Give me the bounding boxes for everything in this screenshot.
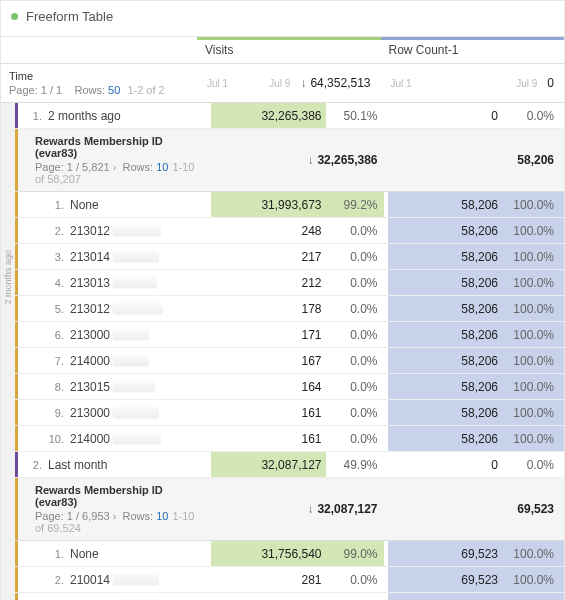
visits-cell: 2810.0% — [211, 567, 388, 592]
sub-row-num: 3. — [48, 251, 64, 263]
sub-dimension-header[interactable]: Rewards Membership ID (evar83)Page: 1 / … — [15, 129, 564, 192]
sub-row-text: 214000 — [70, 432, 161, 446]
sub-row-text: 213000 — [70, 328, 149, 342]
sub-row-num: 10. — [48, 433, 64, 445]
chevron-right-icon[interactable]: › — [113, 510, 117, 522]
sub-rows-num[interactable]: 10 — [156, 510, 168, 522]
rowcount-val: 58,206 — [461, 354, 498, 368]
rowcount-val: 58,206 — [461, 328, 498, 342]
visits-pct: 0.0% — [334, 250, 378, 264]
sub-row-label: 6.213000 — [15, 322, 211, 347]
visits-pct: 0.0% — [334, 328, 378, 342]
sub-row[interactable]: 4.213013 2120.0%58,206100.0% — [15, 270, 564, 296]
sub-row-num: 9. — [48, 407, 64, 419]
rowcount-cell: 58,206100.0% — [388, 426, 565, 451]
sub-row-label: 2.210014 — [15, 567, 211, 592]
period-row[interactable]: 2.Last month32,087,12749.9%00.0% — [15, 452, 564, 478]
sub-row[interactable]: 9.213000 1610.0%58,206100.0% — [15, 400, 564, 426]
rowcount-cell: 58,206100.0% — [388, 322, 565, 347]
col-header-visits[interactable]: Visits — [197, 37, 381, 63]
sub-row[interactable]: 7.214000 1670.0%58,206100.0% — [15, 348, 564, 374]
sub-row[interactable]: 1.None 31,756,54099.0%69,523100.0% — [15, 541, 564, 567]
rowcount-cell: 58,206100.0% — [388, 400, 565, 425]
rowcount-val: 58,206 — [461, 224, 498, 238]
sub-row-text: 213014 — [70, 250, 159, 264]
rowcount-pct: 100.0% — [510, 250, 554, 264]
period-side-band — [1, 452, 15, 600]
col-header-rowcount[interactable]: Row Count-1 — [381, 37, 565, 63]
rows-num[interactable]: 50 — [108, 84, 120, 96]
summary-visits: Jul 1 Jul 9 ↓ 64,352,513 — [197, 70, 381, 96]
sub-row[interactable]: 3.210002 2750.0%69,523100.0% — [15, 593, 564, 600]
visits-pct: 99.2% — [334, 198, 378, 212]
visits-pct: 49.9% — [334, 458, 378, 472]
sub-row[interactable]: 1.None 31,993,67399.2%58,206100.0% — [15, 192, 564, 218]
sub-rows-label: Rows: — [123, 161, 154, 173]
sort-arrow-icon[interactable]: ↓ — [307, 502, 313, 516]
sort-arrow-icon[interactable]: ↓ — [300, 76, 306, 90]
rows-range: 1-2 of 2 — [127, 84, 164, 96]
row-label: 1.2 months ago — [15, 103, 211, 128]
sub-dim-block: Rewards Membership ID (evar83)Page: 1 / … — [15, 478, 211, 540]
visits-cell: 32,265,38650.1% — [211, 103, 388, 128]
sub-row[interactable]: 2.210014 2810.0%69,523100.0% — [15, 567, 564, 593]
visits-pct: 99.0% — [334, 547, 378, 561]
visits-val: 281 — [301, 573, 321, 587]
visits-val: 212 — [301, 276, 321, 290]
sort-arrow-icon[interactable]: ↓ — [307, 153, 313, 167]
visits-cell: 2750.0% — [211, 593, 388, 600]
sub-rows-num[interactable]: 10 — [156, 161, 168, 173]
sub-row-label: 3.210002 — [15, 593, 211, 600]
redacted-text — [113, 408, 159, 418]
period-row[interactable]: 1.2 months ago32,265,38650.1%00.0% — [15, 103, 564, 129]
sub-rowcount-total: 58,206 — [388, 129, 565, 191]
sub-row[interactable]: 10.214000 1610.0%58,206100.0% — [15, 426, 564, 452]
sub-row[interactable]: 8.213015 1640.0%58,206100.0% — [15, 374, 564, 400]
rowcount-pct: 100.0% — [510, 224, 554, 238]
rowcount-val: 58,206 — [461, 302, 498, 316]
rowcount-pct: 100.0% — [510, 302, 554, 316]
rows-label: Rows: — [74, 84, 105, 96]
panel-title: Freeform Table — [1, 1, 564, 32]
rowcount-val: 0 — [491, 109, 498, 123]
rowcount-cell: 58,206100.0% — [388, 244, 565, 269]
rowcount-cell: 58,206100.0% — [388, 218, 565, 243]
sub-page-label: Page: — [35, 510, 64, 522]
sub-dimension-header[interactable]: Rewards Membership ID (evar83)Page: 1 / … — [15, 478, 564, 541]
sub-row-num: 8. — [48, 381, 64, 393]
time-dim-block[interactable]: Time Page: 1 / 1 Rows: 50 1-2 of 2 — [1, 64, 197, 102]
sub-row-num: 1. — [48, 548, 64, 560]
redacted-text — [113, 382, 155, 392]
rowcount-pct: 100.0% — [510, 328, 554, 342]
rowcount-cell: 58,206100.0% — [388, 192, 565, 217]
visits-cell: 2480.0% — [211, 218, 388, 243]
rowcount-cell: 69,523100.0% — [388, 593, 565, 600]
summary-row: Time Page: 1 / 1 Rows: 50 1-2 of 2 Jul 1… — [1, 64, 564, 103]
visits-pct: 0.0% — [334, 276, 378, 290]
visits-cell: 1670.0% — [211, 348, 388, 373]
column-header-row: Visits Row Count-1 — [1, 37, 564, 64]
visits-val: 161 — [301, 406, 321, 420]
rowcount-val: 58,206 — [461, 250, 498, 264]
sub-row-label: 5.213012 — [15, 296, 211, 321]
visits-pct: 0.0% — [334, 302, 378, 316]
redacted-text — [113, 330, 149, 340]
visits-pct: 0.0% — [334, 354, 378, 368]
period-container: 2 months ago1.2 months ago32,265,38650.1… — [1, 103, 564, 452]
summary-rowcount: Jul 1 Jul 9 0 — [381, 70, 565, 96]
rowcount-val: 58,206 — [461, 380, 498, 394]
sub-row[interactable]: 5.213012 1780.0%58,206100.0% — [15, 296, 564, 322]
sub-row-label: 1.None — [15, 541, 211, 566]
chevron-right-icon[interactable]: › — [113, 161, 117, 173]
sub-row[interactable]: 2.213012 2480.0%58,206100.0% — [15, 218, 564, 244]
sub-row[interactable]: 6.213000 1710.0%58,206100.0% — [15, 322, 564, 348]
visits-pct: 0.0% — [334, 406, 378, 420]
sub-row[interactable]: 3.213014 2170.0%58,206100.0% — [15, 244, 564, 270]
sub-row-label: 8.213015 — [15, 374, 211, 399]
visits-cell: 2120.0% — [211, 270, 388, 295]
row-num: 2. — [26, 459, 42, 471]
rowcount-val: 58,206 — [461, 276, 498, 290]
row-label: 2.Last month — [15, 452, 211, 477]
title-text: Freeform Table — [26, 9, 113, 24]
page-label: Page: — [9, 84, 38, 96]
